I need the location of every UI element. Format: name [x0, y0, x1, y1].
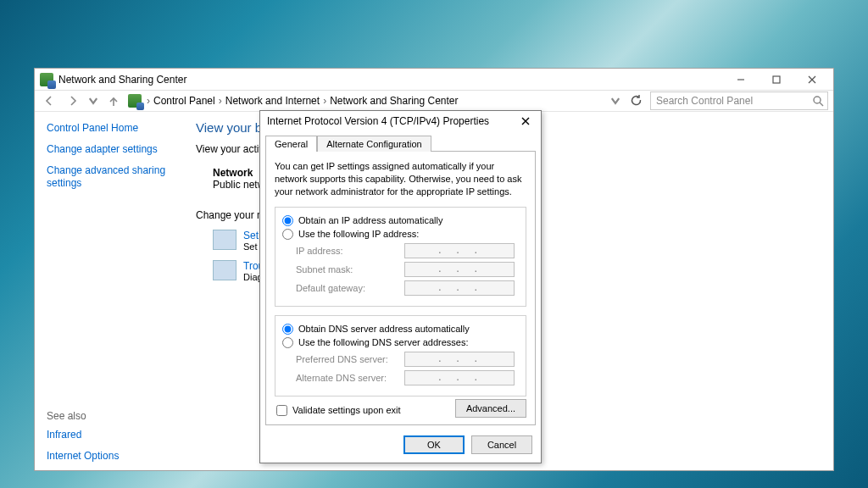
default-gateway-input: . . .	[404, 280, 515, 296]
dialog-description: You can get IP settings assigned automat…	[275, 160, 526, 198]
window-title: Network and Sharing Center	[58, 74, 186, 86]
sidebar-link-sharing[interactable]: Change advanced sharing settings	[47, 164, 170, 190]
breadcrumb-icon	[128, 94, 142, 108]
breadcrumb-item[interactable]: Network and Internet	[225, 95, 320, 107]
radio-ip-manual[interactable]	[282, 229, 293, 240]
see-also-header: See also	[47, 410, 170, 422]
search-placeholder: Search Control Panel	[656, 95, 753, 107]
subnet-mask-input: . . .	[404, 262, 515, 277]
breadcrumb-item[interactable]: Network and Sharing Center	[330, 95, 458, 107]
history-dropdown[interactable]	[87, 92, 99, 110]
alternate-dns-label: Alternate DNS server:	[296, 373, 404, 383]
svg-line-6	[820, 103, 823, 106]
default-gateway-label: Default gateway:	[296, 283, 404, 293]
dialog-close-button[interactable]	[514, 113, 537, 130]
svg-rect-1	[773, 76, 780, 83]
cancel-button[interactable]: Cancel	[471, 435, 532, 454]
ok-button[interactable]: OK	[403, 435, 465, 454]
preferred-dns-label: Preferred DNS server:	[296, 354, 404, 364]
dns-group: Obtain DNS server address automatically …	[275, 315, 526, 396]
ip-address-label: IP address:	[296, 246, 404, 256]
breadcrumb[interactable]: › Control Panel › Network and Internet ›…	[147, 95, 459, 107]
advanced-button[interactable]: Advanced...	[455, 399, 526, 418]
forward-button[interactable]	[64, 92, 82, 110]
subnet-mask-label: Subnet mask:	[296, 264, 404, 274]
ip-group: Obtain an IP address automatically Use t…	[275, 207, 526, 307]
dialog-buttons: OK Cancel	[260, 430, 541, 463]
refresh-button[interactable]	[626, 92, 645, 110]
setup-connection-icon	[213, 230, 236, 250]
radio-dns-auto-label: Obtain DNS server address automatically	[298, 324, 470, 334]
ip-address-input: . . .	[404, 243, 515, 258]
alternate-dns-input: . . .	[404, 370, 515, 385]
window-titlebar: Network and Sharing Center	[35, 69, 833, 91]
control-panel-icon	[40, 73, 53, 86]
validate-label: Validate settings upon exit	[292, 405, 401, 415]
sidebar-home-link[interactable]: Control Panel Home	[47, 122, 170, 135]
close-button[interactable]	[794, 69, 830, 91]
see-also-infrared[interactable]: Infrared	[47, 429, 170, 441]
dialog-title: Internet Protocol Version 4 (TCP/IPv4) P…	[267, 115, 489, 127]
radio-ip-auto[interactable]	[282, 215, 293, 226]
radio-dns-manual-label: Use the following DNS server addresses:	[298, 337, 469, 347]
dialog-tabs: General Alternate Configuration	[260, 131, 541, 151]
ipv4-properties-dialog: Internet Protocol Version 4 (TCP/IPv4) P…	[259, 110, 542, 463]
troubleshoot-icon	[213, 260, 236, 280]
maximize-button[interactable]	[759, 69, 794, 91]
radio-dns-auto[interactable]	[282, 324, 293, 335]
tab-general[interactable]: General	[265, 136, 317, 152]
dialog-page: You can get IP settings assigned automat…	[265, 151, 536, 425]
dialog-titlebar: Internet Protocol Version 4 (TCP/IPv4) P…	[260, 111, 541, 131]
preferred-dns-input: . . .	[404, 352, 515, 367]
sidebar: Control Panel Home Change adapter settin…	[35, 112, 179, 470]
radio-ip-auto-label: Obtain an IP address automatically	[298, 215, 442, 225]
validate-checkbox[interactable]	[276, 405, 287, 416]
radio-ip-manual-label: Use the following IP address:	[298, 229, 419, 239]
location-dropdown[interactable]	[609, 92, 621, 110]
tab-alternate-config[interactable]: Alternate Configuration	[317, 136, 431, 152]
search-icon	[812, 95, 824, 109]
minimize-button[interactable]	[723, 69, 759, 91]
toolbar: › Control Panel › Network and Internet ›…	[35, 91, 833, 112]
sidebar-link-adapter[interactable]: Change adapter settings	[47, 143, 170, 156]
radio-dns-manual[interactable]	[282, 337, 293, 348]
back-button[interactable]	[40, 92, 58, 110]
breadcrumb-item[interactable]: Control Panel	[153, 95, 215, 107]
svg-point-5	[814, 97, 821, 103]
up-button[interactable]	[104, 92, 123, 110]
search-input[interactable]: Search Control Panel	[650, 92, 828, 110]
see-also-internet-options[interactable]: Internet Options	[47, 450, 170, 463]
